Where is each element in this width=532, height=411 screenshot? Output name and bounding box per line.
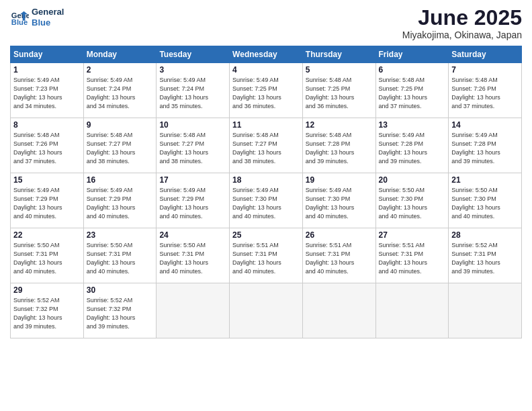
header: General Blue General Blue June 2025 Miya… xyxy=(10,7,522,40)
logo-blue: Blue xyxy=(32,17,64,28)
day-number: 16 xyxy=(87,175,154,185)
svg-text:Blue: Blue xyxy=(11,18,28,26)
day-info: Sunrise: 5:48 AMSunset: 7:26 PMDaylight:… xyxy=(451,76,519,111)
day-info: Sunrise: 5:49 AMSunset: 7:24 PMDaylight:… xyxy=(87,76,154,111)
day-info: Sunrise: 5:49 AMSunset: 7:24 PMDaylight:… xyxy=(159,76,226,111)
day-info: Sunrise: 5:49 AMSunset: 7:29 PMDaylight:… xyxy=(13,186,81,221)
day-number: 27 xyxy=(379,230,446,240)
day-number: 22 xyxy=(13,230,81,240)
day-number: 20 xyxy=(379,175,446,185)
day-number: 13 xyxy=(379,120,446,130)
day-cell-12: 12 Sunrise: 5:48 AMSunset: 7:28 PMDaylig… xyxy=(302,118,375,173)
empty-cell xyxy=(157,283,230,338)
day-number: 12 xyxy=(306,120,373,130)
day-number: 30 xyxy=(87,285,154,295)
day-info: Sunrise: 5:48 AMSunset: 7:25 PMDaylight:… xyxy=(379,76,446,111)
logo: General Blue General Blue xyxy=(10,7,64,28)
day-cell-21: 21 Sunrise: 5:50 AMSunset: 7:30 PMDaylig… xyxy=(449,173,522,228)
logo-general: General xyxy=(32,7,64,17)
calendar-body: 1 Sunrise: 5:49 AMSunset: 7:23 PMDayligh… xyxy=(11,63,522,338)
day-number: 28 xyxy=(451,230,519,240)
day-info: Sunrise: 5:48 AMSunset: 7:27 PMDaylight:… xyxy=(159,131,226,166)
col-thursday: Thursday xyxy=(302,46,375,63)
day-cell-26: 26 Sunrise: 5:51 AMSunset: 7:31 PMDaylig… xyxy=(302,228,375,283)
day-cell-1: 1 Sunrise: 5:49 AMSunset: 7:23 PMDayligh… xyxy=(11,63,84,118)
day-number: 10 xyxy=(159,120,226,130)
day-number: 19 xyxy=(306,175,373,185)
empty-cell xyxy=(302,283,375,338)
day-cell-6: 6 Sunrise: 5:48 AMSunset: 7:25 PMDayligh… xyxy=(375,63,449,118)
day-cell-8: 8 Sunrise: 5:48 AMSunset: 7:26 PMDayligh… xyxy=(11,118,84,173)
day-info: Sunrise: 5:49 AMSunset: 7:30 PMDaylight:… xyxy=(232,186,300,221)
empty-cell xyxy=(449,283,522,338)
week-row: 22 Sunrise: 5:50 AMSunset: 7:31 PMDaylig… xyxy=(11,228,522,283)
day-info: Sunrise: 5:48 AMSunset: 7:25 PMDaylight:… xyxy=(306,76,373,111)
day-cell-30: 30 Sunrise: 5:52 AMSunset: 7:32 PMDaylig… xyxy=(83,283,157,338)
calendar-subtitle: Miyakojima, Okinawa, Japan xyxy=(402,30,522,40)
day-info: Sunrise: 5:48 AMSunset: 7:28 PMDaylight:… xyxy=(306,131,373,166)
day-number: 2 xyxy=(87,65,154,75)
day-cell-5: 5 Sunrise: 5:48 AMSunset: 7:25 PMDayligh… xyxy=(302,63,375,118)
col-wednesday: Wednesday xyxy=(230,46,303,63)
day-info: Sunrise: 5:52 AMSunset: 7:31 PMDaylight:… xyxy=(451,241,519,276)
calendar-container: General Blue General Blue June 2025 Miya… xyxy=(0,0,532,345)
day-info: Sunrise: 5:49 AMSunset: 7:25 PMDaylight:… xyxy=(232,76,300,111)
day-cell-28: 28 Sunrise: 5:52 AMSunset: 7:31 PMDaylig… xyxy=(449,228,522,283)
calendar-title: June 2025 xyxy=(402,7,522,28)
calendar-table: Sunday Monday Tuesday Wednesday Thursday… xyxy=(10,46,522,338)
day-cell-17: 17 Sunrise: 5:49 AMSunset: 7:29 PMDaylig… xyxy=(157,173,230,228)
day-info: Sunrise: 5:50 AMSunset: 7:31 PMDaylight:… xyxy=(87,241,154,276)
day-cell-24: 24 Sunrise: 5:50 AMSunset: 7:31 PMDaylig… xyxy=(157,228,230,283)
col-sunday: Sunday xyxy=(11,46,84,63)
day-number: 7 xyxy=(451,65,519,75)
day-info: Sunrise: 5:49 AMSunset: 7:28 PMDaylight:… xyxy=(379,131,446,166)
day-cell-7: 7 Sunrise: 5:48 AMSunset: 7:26 PMDayligh… xyxy=(449,63,522,118)
day-number: 24 xyxy=(159,230,226,240)
week-row: 29 Sunrise: 5:52 AMSunset: 7:32 PMDaylig… xyxy=(11,283,522,338)
day-number: 9 xyxy=(87,120,154,130)
day-cell-19: 19 Sunrise: 5:49 AMSunset: 7:30 PMDaylig… xyxy=(302,173,375,228)
day-number: 15 xyxy=(13,175,81,185)
day-info: Sunrise: 5:51 AMSunset: 7:31 PMDaylight:… xyxy=(232,241,300,276)
day-cell-9: 9 Sunrise: 5:48 AMSunset: 7:27 PMDayligh… xyxy=(83,118,157,173)
day-cell-10: 10 Sunrise: 5:48 AMSunset: 7:27 PMDaylig… xyxy=(157,118,230,173)
day-cell-3: 3 Sunrise: 5:49 AMSunset: 7:24 PMDayligh… xyxy=(157,63,230,118)
col-tuesday: Tuesday xyxy=(157,46,230,63)
day-info: Sunrise: 5:49 AMSunset: 7:28 PMDaylight:… xyxy=(451,131,519,166)
day-number: 5 xyxy=(306,65,373,75)
day-number: 26 xyxy=(306,230,373,240)
day-info: Sunrise: 5:49 AMSunset: 7:29 PMDaylight:… xyxy=(87,186,154,221)
day-info: Sunrise: 5:52 AMSunset: 7:32 PMDaylight:… xyxy=(13,296,81,331)
day-number: 14 xyxy=(451,120,519,130)
col-friday: Friday xyxy=(375,46,449,63)
day-info: Sunrise: 5:50 AMSunset: 7:31 PMDaylight:… xyxy=(13,241,81,276)
empty-cell xyxy=(230,283,303,338)
title-block: June 2025 Miyakojima, Okinawa, Japan xyxy=(402,7,522,40)
day-info: Sunrise: 5:49 AMSunset: 7:30 PMDaylight:… xyxy=(306,186,373,221)
day-info: Sunrise: 5:49 AMSunset: 7:23 PMDaylight:… xyxy=(13,76,81,111)
day-number: 4 xyxy=(232,65,300,75)
day-info: Sunrise: 5:48 AMSunset: 7:26 PMDaylight:… xyxy=(13,131,81,166)
day-info: Sunrise: 5:52 AMSunset: 7:32 PMDaylight:… xyxy=(87,296,154,331)
day-info: Sunrise: 5:51 AMSunset: 7:31 PMDaylight:… xyxy=(379,241,446,276)
day-number: 23 xyxy=(87,230,154,240)
day-info: Sunrise: 5:48 AMSunset: 7:27 PMDaylight:… xyxy=(87,131,154,166)
day-cell-4: 4 Sunrise: 5:49 AMSunset: 7:25 PMDayligh… xyxy=(230,63,303,118)
day-cell-15: 15 Sunrise: 5:49 AMSunset: 7:29 PMDaylig… xyxy=(11,173,84,228)
day-cell-23: 23 Sunrise: 5:50 AMSunset: 7:31 PMDaylig… xyxy=(83,228,157,283)
col-monday: Monday xyxy=(83,46,157,63)
empty-cell xyxy=(375,283,449,338)
day-number: 29 xyxy=(13,285,81,295)
day-info: Sunrise: 5:51 AMSunset: 7:31 PMDaylight:… xyxy=(306,241,373,276)
day-number: 8 xyxy=(13,120,81,130)
day-info: Sunrise: 5:50 AMSunset: 7:31 PMDaylight:… xyxy=(159,241,226,276)
day-number: 18 xyxy=(232,175,300,185)
day-number: 6 xyxy=(379,65,446,75)
day-cell-11: 11 Sunrise: 5:48 AMSunset: 7:27 PMDaylig… xyxy=(230,118,303,173)
day-number: 25 xyxy=(232,230,300,240)
day-cell-25: 25 Sunrise: 5:51 AMSunset: 7:31 PMDaylig… xyxy=(230,228,303,283)
day-info: Sunrise: 5:50 AMSunset: 7:30 PMDaylight:… xyxy=(379,186,446,221)
day-cell-16: 16 Sunrise: 5:49 AMSunset: 7:29 PMDaylig… xyxy=(83,173,157,228)
col-saturday: Saturday xyxy=(449,46,522,63)
day-cell-13: 13 Sunrise: 5:49 AMSunset: 7:28 PMDaylig… xyxy=(375,118,449,173)
